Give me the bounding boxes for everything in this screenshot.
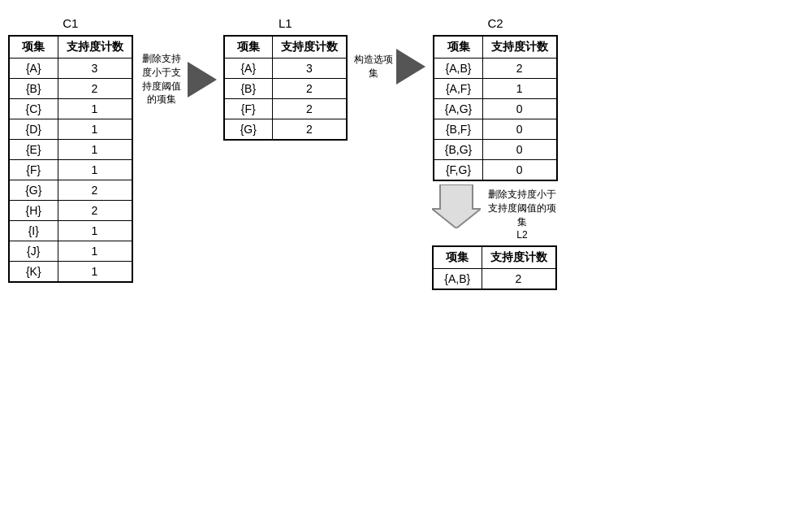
arrow3-arrow bbox=[432, 184, 481, 228]
l1-header-count: 支持度计数 bbox=[273, 36, 348, 59]
table-row: {J}1 bbox=[9, 241, 132, 262]
arrow3-area: 删除支持度小于支持度阈值的项集 L2 bbox=[432, 184, 559, 242]
table-row: {F}1 bbox=[9, 160, 132, 180]
main-container: C1 项集 支持度计数 {A}3{B}2{C}1{D}1{E}1{F}1{G}2… bbox=[0, 0, 812, 306]
c2-table: 项集 支持度计数 {A,B}2{A,F}1{A,G}0{B,F}0{B,G}0{… bbox=[433, 35, 558, 181]
table-row: {A,F}1 bbox=[434, 79, 557, 99]
arrow2-container: 构造选项集 bbox=[348, 49, 432, 85]
arrow2-icon bbox=[396, 49, 425, 85]
c2-top: C2 项集 支持度计数 {A,B}2{A,F}1{A,G}0{B,F}0{B,G… bbox=[433, 16, 558, 181]
arrow1-text: 删除支持度小于支持度阈值的项集 bbox=[140, 52, 184, 106]
arrow1-icon bbox=[188, 62, 217, 98]
svg-marker-0 bbox=[432, 184, 481, 228]
arrow2-text: 构造选项集 bbox=[354, 53, 393, 80]
table-row: {B,G}0 bbox=[434, 140, 557, 160]
c2-header-count: 支持度计数 bbox=[482, 36, 557, 59]
l2-header-count: 支持度计数 bbox=[482, 246, 556, 269]
table-row: {B}2 bbox=[9, 79, 132, 99]
table-row: {A,B}2 bbox=[434, 59, 557, 79]
table-row: {B,F}0 bbox=[434, 119, 557, 140]
table-row: {F,G}0 bbox=[434, 160, 557, 181]
l1-title: L1 bbox=[279, 16, 292, 30]
c2-header-itemset: 项集 bbox=[434, 36, 482, 59]
l2-table: 项集 支持度计数 {A,B}2 bbox=[432, 245, 557, 290]
table-row: {I}1 bbox=[9, 221, 132, 241]
c2-title: C2 bbox=[487, 16, 503, 30]
table-row: {C}1 bbox=[9, 99, 132, 119]
c1-header-count: 支持度计数 bbox=[58, 36, 132, 59]
table-row: {B}2 bbox=[224, 79, 348, 99]
table-row: {D}1 bbox=[9, 119, 132, 140]
table-row: {E}1 bbox=[9, 140, 132, 160]
c1-section: C1 项集 支持度计数 {A}3{B}2{C}1{D}1{E}1{F}1{G}2… bbox=[8, 16, 133, 283]
table-row: {A}3 bbox=[224, 59, 348, 79]
l1-header-itemset: 项集 bbox=[224, 36, 273, 59]
l1-section: L1 项集 支持度计数 {A}3{B}2{F}2{G}2 bbox=[223, 16, 348, 141]
table-row: {A,B}2 bbox=[433, 269, 556, 290]
table-row: {K}1 bbox=[9, 262, 132, 283]
c1-table: 项集 支持度计数 {A}3{B}2{C}1{D}1{E}1{F}1{G}2{H}… bbox=[8, 35, 133, 283]
table-row: {G}2 bbox=[9, 180, 132, 201]
arrow3-icon bbox=[432, 184, 481, 228]
right-section: C2 项集 支持度计数 {A,B}2{A,F}1{A,G}0{B,F}0{B,G… bbox=[432, 16, 559, 290]
table-row: {H}2 bbox=[9, 201, 132, 221]
table-row: {G}2 bbox=[224, 119, 348, 141]
arrow3-label: 删除支持度小于支持度阈值的项集 L2 bbox=[486, 188, 559, 242]
table-row: {A,G}0 bbox=[434, 99, 557, 119]
c1-header-itemset: 项集 bbox=[9, 36, 58, 59]
table-row: {F}2 bbox=[224, 99, 348, 119]
l2-section: 项集 支持度计数 {A,B}2 bbox=[432, 245, 557, 290]
table-row: {A}3 bbox=[9, 59, 132, 79]
c1-title: C1 bbox=[63, 16, 78, 30]
l1-table: 项集 支持度计数 {A}3{B}2{F}2{G}2 bbox=[223, 35, 348, 141]
arrow1-container: 删除支持度小于支持度阈值的项集 bbox=[133, 49, 223, 106]
l2-header-itemset: 项集 bbox=[433, 246, 482, 269]
